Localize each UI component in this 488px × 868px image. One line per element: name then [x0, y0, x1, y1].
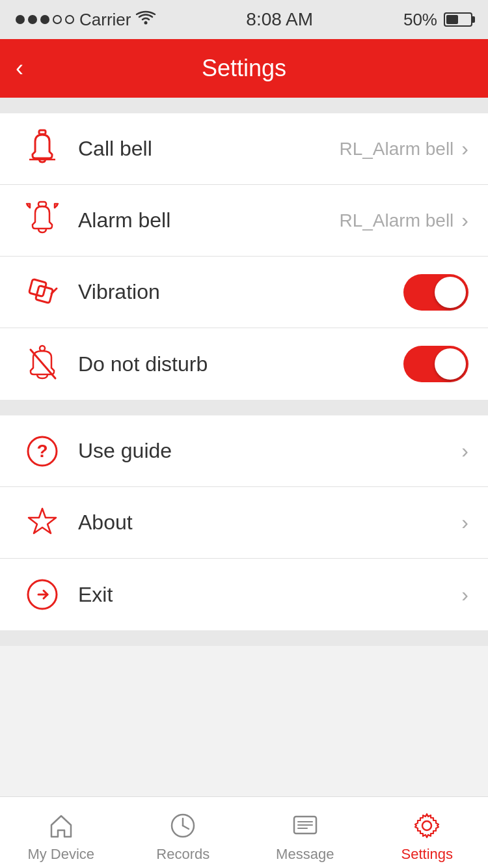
- tab-settings-label: Settings: [401, 846, 454, 863]
- use-guide-label: Use guide: [65, 439, 461, 463]
- svg-point-0: [144, 21, 148, 25]
- tab-my-device[interactable]: My Device: [0, 803, 122, 863]
- settings-item-about[interactable]: About ›: [0, 487, 488, 559]
- call-bell-icon: [20, 128, 65, 170]
- section-gap-mid: [0, 400, 488, 415]
- vibration-label: Vibration: [65, 280, 403, 304]
- call-bell-value: RL_Alarm bell: [339, 139, 454, 160]
- signal-dots: [16, 15, 74, 24]
- section-gap-top: [0, 98, 488, 113]
- alarm-bell-label: Alarm bell: [65, 208, 339, 232]
- signal-dot-1: [16, 15, 25, 24]
- do-not-disturb-icon: [20, 344, 65, 384]
- exit-chevron: ›: [461, 583, 468, 607]
- wifi-icon: [136, 10, 156, 29]
- settings-group-2: ? Use guide › About ›: [0, 415, 488, 630]
- back-button[interactable]: ‹: [16, 55, 23, 82]
- signal-dot-2: [28, 15, 37, 24]
- svg-marker-11: [29, 509, 56, 533]
- settings-item-use-guide[interactable]: ? Use guide ›: [0, 415, 488, 487]
- header: ‹ Settings: [0, 39, 488, 98]
- tab-message[interactable]: Message: [244, 803, 366, 863]
- settings-item-call-bell[interactable]: Call bell RL_Alarm bell ›: [0, 113, 488, 185]
- settings-gear-icon: [411, 809, 443, 842]
- vibration-icon: [20, 274, 65, 311]
- signal-dot-5: [65, 15, 74, 24]
- svg-rect-7: [40, 346, 45, 351]
- battery-fill: [446, 15, 458, 24]
- vibration-toggle[interactable]: [403, 274, 468, 311]
- call-bell-chevron: ›: [461, 137, 468, 161]
- section-gap-bottom: [0, 630, 488, 646]
- alarm-bell-icon: [20, 200, 65, 242]
- exit-icon: [20, 578, 65, 611]
- tab-settings[interactable]: Settings: [366, 803, 489, 863]
- alarm-bell-chevron: ›: [461, 208, 468, 232]
- svg-rect-1: [39, 130, 46, 134]
- home-icon: [45, 809, 77, 842]
- svg-point-21: [422, 821, 431, 830]
- battery-percentage: 50%: [403, 10, 437, 30]
- question-icon: ?: [20, 434, 65, 468]
- settings-item-vibration[interactable]: Vibration: [0, 257, 488, 328]
- tab-records[interactable]: Records: [122, 803, 245, 863]
- clock-icon: [167, 809, 199, 842]
- settings-item-exit[interactable]: Exit ›: [0, 559, 488, 630]
- status-left: Carrier: [16, 10, 156, 30]
- svg-text:?: ?: [36, 441, 47, 461]
- content-area: Call bell RL_Alarm bell › Alarm bell RL_…: [0, 98, 488, 718]
- tab-message-label: Message: [276, 846, 334, 863]
- signal-dot-4: [53, 15, 62, 24]
- settings-group-1: Call bell RL_Alarm bell › Alarm bell RL_…: [0, 113, 488, 400]
- signal-dot-3: [40, 15, 49, 24]
- call-bell-label: Call bell: [65, 137, 339, 161]
- tab-records-label: Records: [156, 846, 210, 863]
- about-label: About: [65, 511, 461, 535]
- page-title: Settings: [202, 55, 286, 82]
- status-bar: Carrier 8:08 AM 50%: [0, 0, 488, 39]
- star-icon: [20, 506, 65, 540]
- status-right: 50%: [403, 10, 472, 30]
- alarm-bell-value: RL_Alarm bell: [339, 210, 454, 231]
- settings-item-dnd[interactable]: Do not disturb: [0, 328, 488, 400]
- tab-my-device-label: My Device: [27, 846, 94, 863]
- message-icon: [289, 809, 321, 842]
- carrier-label: Carrier: [79, 10, 131, 30]
- status-time: 8:08 AM: [246, 9, 313, 30]
- dnd-label: Do not disturb: [65, 352, 403, 376]
- about-chevron: ›: [461, 511, 468, 535]
- vibration-toggle-circle: [435, 277, 466, 308]
- dnd-toggle-circle: [435, 348, 466, 380]
- exit-label: Exit: [65, 583, 461, 607]
- dnd-toggle[interactable]: [403, 346, 468, 382]
- tab-bar: My Device Records Message: [0, 796, 488, 868]
- battery-icon: [444, 12, 472, 27]
- settings-item-alarm-bell[interactable]: Alarm bell RL_Alarm bell ›: [0, 185, 488, 257]
- svg-line-16: [183, 826, 189, 829]
- use-guide-chevron: ›: [461, 439, 468, 463]
